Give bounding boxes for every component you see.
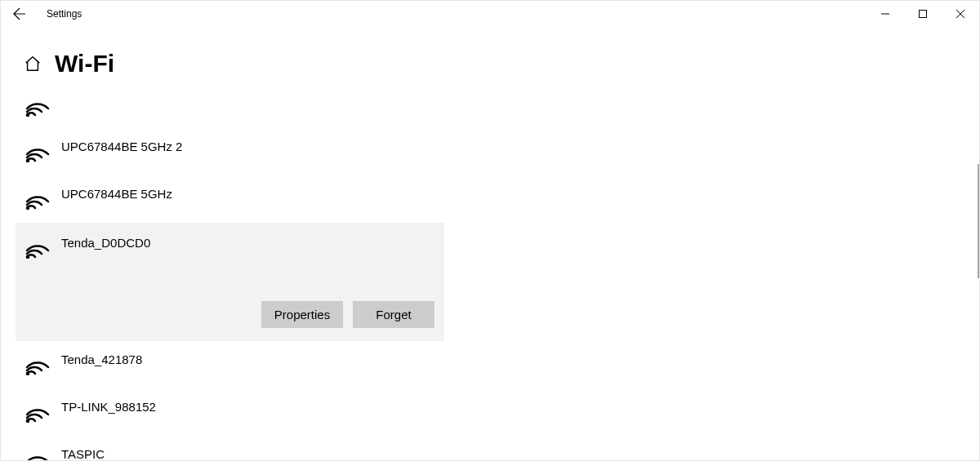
maximize-button[interactable] — [904, 1, 942, 27]
svg-point-9 — [26, 419, 29, 423]
network-item[interactable] — [16, 82, 444, 128]
svg-point-4 — [26, 113, 29, 117]
window-title: Settings — [47, 8, 82, 20]
wifi-icon — [24, 138, 50, 162]
minimize-icon — [881, 10, 889, 18]
svg-point-7 — [26, 255, 29, 259]
network-row: Tenda_D0DCD0 — [24, 234, 436, 259]
back-button[interactable] — [7, 1, 32, 27]
wifi-icon — [24, 398, 50, 423]
wifi-icon — [24, 351, 50, 375]
page-title: Wi-Fi — [55, 50, 114, 78]
maximize-icon — [919, 10, 927, 18]
network-name: UPC67844BE 5GHz 2 — [61, 138, 182, 153]
svg-point-6 — [26, 206, 29, 210]
network-item[interactable]: UPC67844BE 5GHz 2 — [16, 128, 444, 175]
close-button[interactable] — [942, 1, 979, 27]
network-name: Tenda_D0DCD0 — [61, 234, 150, 250]
arrow-left-icon — [13, 7, 26, 20]
forget-button[interactable]: Forget — [353, 301, 434, 328]
wifi-icon — [24, 234, 50, 259]
network-item[interactable]: Tenda_421878 — [16, 341, 444, 388]
network-actions: Properties Forget — [24, 301, 436, 328]
scrollbar[interactable] — [978, 164, 979, 278]
network-name: TASPIC — [61, 445, 105, 461]
wifi-icon — [24, 445, 50, 461]
titlebar: Settings — [1, 1, 979, 27]
window-controls — [866, 1, 979, 27]
network-name: Tenda_421878 — [61, 351, 142, 366]
svg-point-8 — [26, 372, 29, 375]
close-icon — [956, 10, 964, 18]
properties-button[interactable]: Properties — [261, 301, 343, 328]
network-item-selected[interactable]: Tenda_D0DCD0 Properties Forget — [16, 223, 444, 341]
network-item[interactable]: TASPIC — [16, 436, 444, 461]
network-name: UPC67844BE 5GHz — [61, 185, 172, 201]
network-list: UPC67844BE 5GHz 2 UPC67844BE 5GHz T — [16, 82, 444, 461]
network-name: TP-LINK_988152 — [61, 398, 156, 414]
svg-point-5 — [26, 159, 29, 162]
titlebar-left: Settings — [7, 1, 82, 27]
wifi-icon — [24, 185, 50, 210]
page-header: Wi-Fi — [1, 27, 979, 81]
wifi-icon — [24, 92, 50, 117]
svg-rect-1 — [920, 11, 927, 18]
minimize-button[interactable] — [866, 1, 904, 27]
network-item[interactable]: TP-LINK_988152 — [16, 388, 444, 436]
network-item[interactable]: UPC67844BE 5GHz — [16, 175, 444, 223]
home-icon[interactable] — [24, 55, 42, 73]
